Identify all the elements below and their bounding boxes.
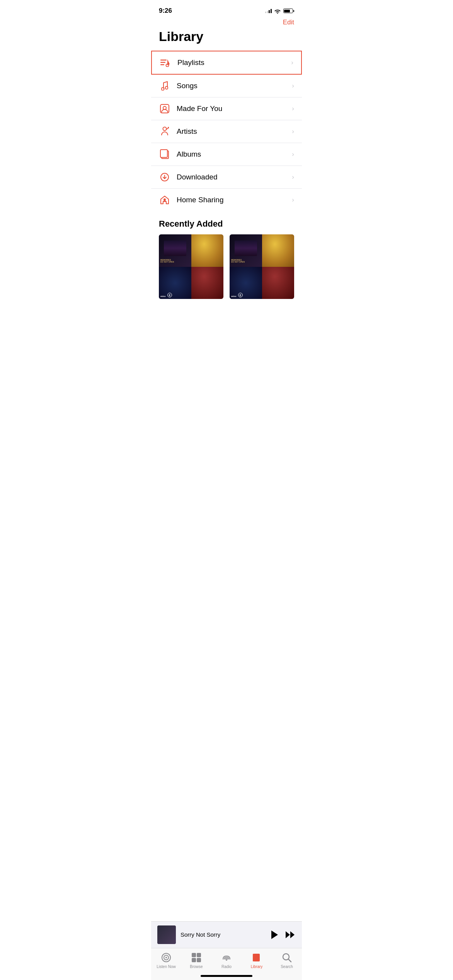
svg-point-14 — [163, 198, 166, 201]
playlists-icon — [160, 57, 171, 68]
songs-icon — [159, 80, 170, 92]
status-icons — [265, 8, 294, 14]
collage-cell-misse-1: miss E — [159, 267, 191, 299]
battery-icon — [283, 9, 295, 13]
collage-cell-misse-2: miss E — [230, 267, 262, 299]
made-for-you-icon — [159, 103, 170, 114]
svg-point-5 — [165, 87, 168, 89]
downloaded-label: Downloaded — [177, 173, 292, 181]
collage-cell-maryj-2 — [262, 267, 295, 299]
svg-rect-0 — [160, 60, 167, 61]
svg-rect-11 — [160, 150, 167, 157]
made-for-you-chevron: › — [292, 105, 294, 113]
album-grid: MEMORIESDO NOT OPEN miss E — [151, 234, 302, 299]
home-sharing-chevron: › — [292, 196, 294, 204]
library-item-albums[interactable]: Albums › — [151, 143, 302, 166]
svg-point-7 — [163, 106, 166, 109]
playlists-label: Playlists — [177, 58, 291, 67]
songs-chevron: › — [292, 82, 294, 90]
svg-rect-2 — [160, 64, 164, 65]
home-sharing-label: Home Sharing — [177, 196, 292, 204]
downloaded-chevron: › — [292, 173, 294, 181]
svg-rect-1 — [160, 62, 165, 63]
artists-icon — [159, 126, 170, 137]
collage-cell-chainsmokers-1: MEMORIESDO NOT OPEN — [159, 234, 191, 267]
collage-cell-maryj-1 — [191, 267, 224, 299]
page-title: Library — [159, 29, 294, 44]
header: Edit Library — [151, 19, 302, 47]
library-item-home-sharing[interactable]: Home Sharing › — [151, 189, 302, 211]
recently-added-title: Recently Added — [159, 219, 294, 229]
svg-point-8 — [163, 127, 167, 131]
albums-label: Albums — [177, 150, 292, 159]
album-item-2[interactable]: MEMORIESDO NOT OPEN miss E — [230, 234, 294, 299]
signal-icon — [265, 9, 272, 13]
home-sharing-icon — [159, 194, 170, 206]
library-list: Playlists › Songs › — [151, 51, 302, 211]
svg-point-4 — [162, 88, 164, 90]
edit-button[interactable]: Edit — [283, 19, 294, 26]
downloaded-icon — [159, 171, 170, 183]
album-item-1[interactable]: MEMORIESDO NOT OPEN miss E — [159, 234, 223, 299]
wifi-icon — [274, 8, 281, 14]
albums-chevron: › — [292, 150, 294, 158]
library-item-songs[interactable]: Songs › — [151, 75, 302, 97]
playlists-chevron: › — [291, 59, 293, 67]
collage-cell-chainsmokers-2: MEMORIESDO NOT OPEN — [230, 234, 262, 267]
songs-label: Songs — [177, 82, 292, 90]
library-item-playlists[interactable]: Playlists › — [151, 51, 302, 75]
status-bar: 9:26 — [151, 0, 302, 19]
library-item-artists[interactable]: Artists › — [151, 120, 302, 143]
collage-cell-lizzo-2 — [262, 234, 295, 267]
library-item-downloaded[interactable]: Downloaded › — [151, 166, 302, 189]
library-item-made-for-you[interactable]: Made For You › — [151, 97, 302, 120]
albums-icon — [159, 149, 170, 160]
made-for-you-label: Made For You — [177, 104, 292, 113]
collage-cell-lizzo-1 — [191, 234, 224, 267]
artists-chevron: › — [292, 128, 294, 135]
recently-added-section: Recently Added — [151, 211, 302, 234]
status-time: 9:26 — [159, 7, 172, 15]
artists-label: Artists — [177, 127, 292, 136]
